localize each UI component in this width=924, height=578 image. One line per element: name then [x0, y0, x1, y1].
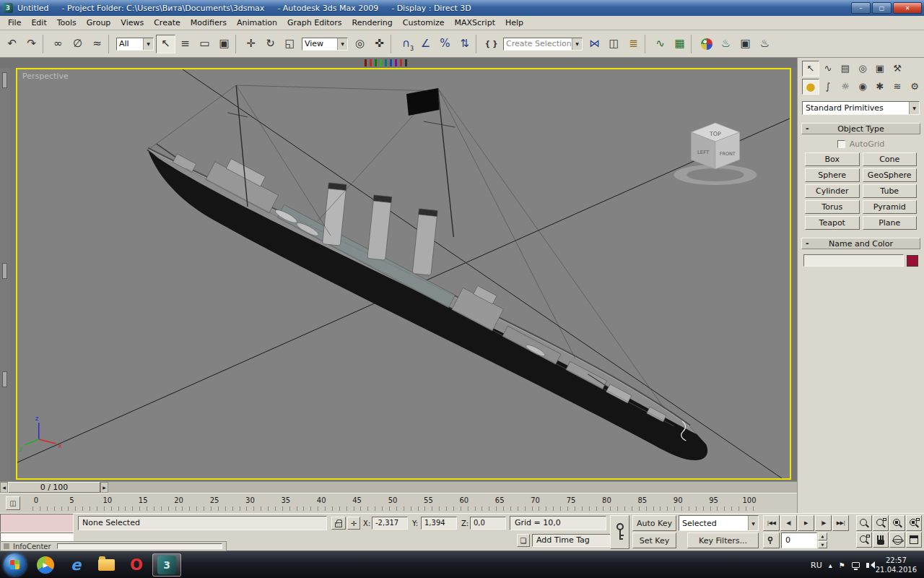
layer-manager-button[interactable]: ≣	[624, 35, 643, 53]
set-key-button[interactable]: Set Key	[632, 532, 676, 548]
infocenter-bar[interactable]: InfoCenter	[0, 541, 227, 551]
viewport-perspective[interactable]: Perspective	[16, 68, 791, 480]
select-and-manipulate-button[interactable]: ✜	[370, 35, 389, 53]
menu-item-create[interactable]: Create	[149, 17, 186, 29]
category-systems[interactable]: ⚙	[906, 79, 923, 95]
menu-item-maxscript[interactable]: MAXScript	[450, 17, 500, 29]
chevron-down-icon[interactable]: ▼	[909, 102, 919, 114]
key-step-mode-button[interactable]	[763, 532, 780, 548]
object-type-plane-button[interactable]: Plane	[863, 216, 918, 230]
redo-button[interactable]: ↷	[22, 35, 41, 53]
object-name-field[interactable]	[803, 254, 904, 267]
viewcube-top-label[interactable]: TOP	[709, 131, 721, 137]
spinner-down-button[interactable]: ▼	[818, 541, 827, 549]
object-type-teapot-button[interactable]: Teapot	[805, 216, 860, 230]
go-to-start-button[interactable]: |◀◀	[763, 515, 780, 531]
play-button[interactable]: ▶	[798, 515, 814, 531]
key-filters-button[interactable]: Key Filters...	[687, 532, 759, 548]
category-shapes[interactable]: ∫	[819, 79, 837, 95]
volume-icon[interactable]	[866, 563, 869, 568]
object-type-tube-button[interactable]: Tube	[863, 184, 918, 198]
object-type-pyramid-button[interactable]: Pyramid	[863, 200, 918, 214]
bind-to-space-warp-button[interactable]: ≈	[87, 35, 107, 53]
snaps-toggle-3d-button[interactable]: ∩3	[396, 35, 416, 53]
rendered-frame-window-button[interactable]: ▣	[736, 35, 755, 53]
taskbar-explorer[interactable]	[92, 553, 121, 577]
add-time-tag[interactable]: Add Time Tag	[532, 534, 618, 547]
select-object-button[interactable]: ↖	[156, 35, 175, 53]
viewcube[interactable]: TOP LEFT FRONT	[674, 123, 757, 185]
zoom-region-button[interactable]	[856, 532, 872, 548]
rectangular-selection-region-button[interactable]: ▭	[195, 35, 214, 53]
time-slider-right-arrow[interactable]: ▶	[100, 482, 108, 493]
category-helpers[interactable]: ✱	[871, 79, 889, 95]
category-geometry[interactable]: ●	[802, 79, 819, 95]
tab-create[interactable]: ↖	[802, 61, 819, 77]
mini-trackbar-toggle-button[interactable]: ◫	[6, 496, 20, 510]
taskbar-3ds-max[interactable]: 3	[152, 553, 181, 577]
tab-motion[interactable]: ◎	[854, 61, 871, 77]
taskbar-media-player[interactable]: ▶	[31, 553, 60, 577]
time-slider[interactable]: 0 / 100	[8, 482, 100, 493]
set-keys-button[interactable]	[610, 515, 629, 549]
chevron-down-icon[interactable]: ▼	[143, 38, 153, 50]
schematic-view-button[interactable]: ▦	[670, 35, 689, 53]
menu-item-customize[interactable]: Customize	[398, 17, 450, 29]
spinner-snap-button[interactable]: ⇅	[455, 35, 474, 53]
dock-grip[interactable]	[2, 263, 7, 279]
undo-button[interactable]: ↶	[2, 35, 22, 53]
menu-item-rendering[interactable]: Rendering	[347, 17, 398, 29]
object-type-cylinder-button[interactable]: Cylinder	[805, 184, 860, 198]
chevron-down-icon[interactable]: ▼	[337, 38, 347, 50]
object-type-sphere-button[interactable]: Sphere	[805, 168, 860, 182]
auto-key-button[interactable]: Auto Key	[632, 515, 676, 531]
menu-item-graph-editors[interactable]: Graph Editors	[282, 17, 347, 29]
tab-modify[interactable]: ∿	[819, 61, 837, 77]
select-by-name-button[interactable]: ≡	[175, 35, 195, 53]
infocenter-search-groove[interactable]	[57, 543, 222, 549]
taskbar-opera[interactable]: O	[122, 553, 151, 577]
category-cameras[interactable]: ◉	[854, 79, 871, 95]
menu-item-tools[interactable]: Tools	[52, 17, 82, 29]
select-and-link-button[interactable]: ∞	[48, 35, 68, 53]
zoom-extents-all-button[interactable]	[906, 515, 922, 531]
maximize-viewport-toggle-button[interactable]	[906, 532, 922, 548]
selection-filter-dropdown[interactable]: All▼	[116, 38, 154, 51]
maximize-button[interactable]: ▢	[872, 2, 892, 14]
current-frame-field[interactable]: 0	[781, 532, 817, 548]
object-type-geosphere-button[interactable]: GeoSphere	[863, 168, 918, 182]
hidden-icons-button[interactable]: ▴	[829, 561, 832, 569]
dock-grip[interactable]	[2, 72, 7, 88]
close-button[interactable]: ✕	[893, 2, 922, 14]
tab-hierarchy[interactable]: ▤	[837, 61, 854, 77]
primitive-category-dropdown[interactable]: Standard Primitives ▼	[802, 101, 920, 115]
language-indicator[interactable]: RU	[811, 561, 822, 570]
taskbar-clock[interactable]: 22:57 21.04.2016	[876, 556, 920, 575]
chevron-down-icon[interactable]: ▼	[748, 516, 758, 530]
reference-coordinate-dropdown[interactable]: View▼	[302, 38, 348, 51]
chevron-down-icon[interactable]: ▼	[572, 38, 582, 50]
viewcube-front-label[interactable]: FRONT	[720, 151, 736, 157]
zoom-extents-button[interactable]	[889, 515, 905, 531]
x-coordinate-field[interactable]: -2,317	[372, 517, 408, 530]
menu-item-views[interactable]: Views	[116, 17, 149, 29]
object-color-swatch[interactable]	[907, 255, 918, 267]
category-lights[interactable]: ☼	[837, 79, 854, 95]
y-coordinate-field[interactable]: 1,394	[421, 517, 457, 530]
dock-grip[interactable]	[2, 371, 7, 387]
mirror-button[interactable]: ⋈	[585, 35, 604, 53]
network-icon[interactable]	[852, 562, 860, 568]
time-ruler[interactable]: ◫ 05101520253035404550556065707580859095…	[0, 493, 797, 513]
maxscript-mini-listener-macro[interactable]	[0, 514, 74, 532]
z-coordinate-field[interactable]: 0,0	[470, 517, 506, 530]
category-space-warps[interactable]: ≋	[889, 79, 906, 95]
angle-snap-button[interactable]: ∠	[416, 35, 435, 53]
named-selection-set-combo[interactable]: Create Selection Set▼	[503, 38, 583, 51]
render-setup-button[interactable]: ♨	[716, 35, 736, 53]
taskbar-internet-explorer[interactable]: e	[61, 553, 90, 577]
action-center-flag-icon[interactable]: ⚑	[839, 561, 845, 569]
align-button[interactable]: ◫	[604, 35, 624, 53]
go-to-end-button[interactable]: ▶▶|	[832, 515, 849, 531]
next-frame-button[interactable]: |▶	[815, 515, 832, 531]
autogrid-checkbox[interactable]	[837, 140, 845, 148]
